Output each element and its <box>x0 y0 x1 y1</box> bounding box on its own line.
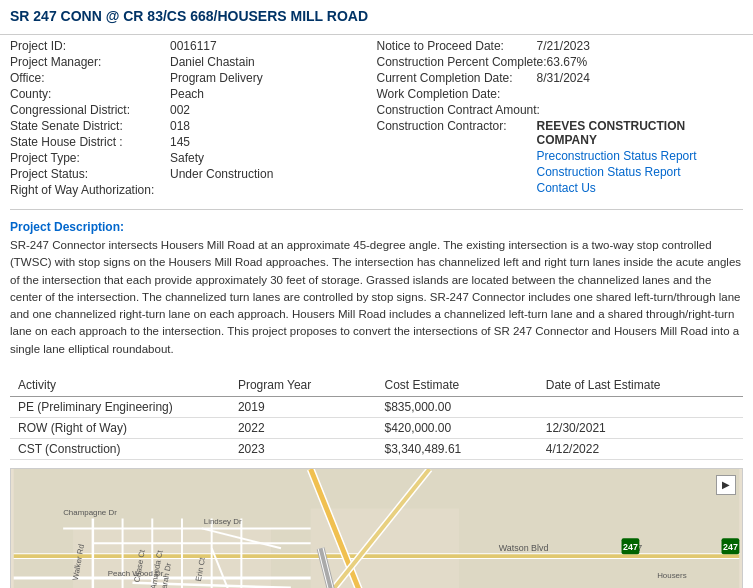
value-type: Safety <box>170 151 204 165</box>
info-row-work-completion: Work Completion Date: <box>377 87 744 101</box>
label-project-id: Project ID: <box>10 39 170 53</box>
info-row-pct: Construction Percent Complete: 63.67% <box>377 55 744 69</box>
info-row-house: State House District : 145 <box>10 135 377 149</box>
label-contract-amount: Construction Contract Amount: <box>377 103 540 117</box>
table-cell-date: 4/12/2022 <box>538 438 743 459</box>
value-office: Program Delivery <box>170 71 263 85</box>
value-house: 145 <box>170 135 190 149</box>
value-contractor: REEVES CONSTRUCTION COMPANY <box>537 119 744 147</box>
info-row-status: Project Status: Under Construction <box>10 167 377 181</box>
label-congressional: Congressional District: <box>10 103 170 117</box>
value-congressional: 002 <box>170 103 190 117</box>
info-row-senate: State Senate District: 018 <box>10 119 377 133</box>
info-row-type: Project Type: Safety <box>10 151 377 165</box>
svg-text:247: 247 <box>723 542 738 552</box>
preconstruction-status-link[interactable]: Preconstruction Status Report <box>537 149 697 163</box>
info-row-preconstruction-link: Preconstruction Status Report <box>377 149 744 163</box>
value-senate: 018 <box>170 119 190 133</box>
table-header-row: Activity Program Year Cost Estimate Date… <box>10 374 743 397</box>
description-label: Project Description: <box>10 220 743 234</box>
description-section: Project Description: SR-247 Connector in… <box>0 216 753 366</box>
info-row-ntp: Notice to Proceed Date: 7/21/2023 <box>377 39 744 53</box>
project-info-grid: Project ID: 0016117 Project Manager: Dan… <box>0 35 753 203</box>
table-cell-date: 12/30/2021 <box>538 417 743 438</box>
label-contractor: Construction Contractor: <box>377 119 537 147</box>
activities-table: Activity Program Year Cost Estimate Date… <box>10 374 743 460</box>
table-cell-year: 2022 <box>230 417 377 438</box>
map-svg: Watson Blvd 247 Lindsey Dr Peach Wood Dr… <box>11 469 742 588</box>
label-county: County: <box>10 87 170 101</box>
construction-status-link[interactable]: Construction Status Report <box>537 165 681 179</box>
table-cell-cost: $420,000.00 <box>376 417 537 438</box>
info-row-contract-amount: Construction Contract Amount: <box>377 103 744 117</box>
label-house: State House District : <box>10 135 170 149</box>
svg-text:247: 247 <box>623 542 638 552</box>
info-row-pm: Project Manager: Daniel Chastain <box>10 55 377 69</box>
info-row-contact: Contact Us <box>377 181 744 195</box>
label-row-auth: Right of Way Authorization: <box>10 183 170 197</box>
info-row-current-completion: Current Completion Date: 8/31/2024 <box>377 71 744 85</box>
page-title: SR 247 CONN @ CR 83/CS 668/HOUSERS MILL … <box>10 8 743 24</box>
label-office: Office: <box>10 71 170 85</box>
table-cell-activity: ROW (Right of Way) <box>10 417 230 438</box>
table-row: ROW (Right of Way)2022$420,000.0012/30/2… <box>10 417 743 438</box>
value-pm: Daniel Chastain <box>170 55 255 69</box>
table-cell-cost: $835,000.00 <box>376 396 537 417</box>
value-project-id: 0016117 <box>170 39 217 53</box>
label-type: Project Type: <box>10 151 170 165</box>
col-date-last-estimate: Date of Last Estimate <box>538 374 743 397</box>
svg-text:Champagne Dr: Champagne Dr <box>63 507 117 516</box>
contact-us-link[interactable]: Contact Us <box>537 181 596 195</box>
info-row-project-id: Project ID: 0016117 <box>10 39 377 53</box>
label-pm: Project Manager: <box>10 55 170 69</box>
right-info-section: Notice to Proceed Date: 7/21/2023 Constr… <box>377 35 744 203</box>
info-row-office: Office: Program Delivery <box>10 71 377 85</box>
label-ntp: Notice to Proceed Date: <box>377 39 537 53</box>
table-row: CST (Construction)2023$3,340,489.614/12/… <box>10 438 743 459</box>
table-cell-cost: $3,340,489.61 <box>376 438 537 459</box>
info-row-county: County: Peach <box>10 87 377 101</box>
map-nav-icon: ▶ <box>722 479 730 490</box>
table-cell-year: 2019 <box>230 396 377 417</box>
info-row-row-auth: Right of Way Authorization: <box>10 183 377 197</box>
divider-1 <box>10 209 743 210</box>
description-text: SR-247 Connector intersects Housers Mill… <box>10 237 743 358</box>
map-background: Watson Blvd 247 Lindsey Dr Peach Wood Dr… <box>11 469 742 588</box>
label-work-completion: Work Completion Date: <box>377 87 537 101</box>
value-ntp: 7/21/2023 <box>537 39 590 53</box>
col-activity: Activity <box>10 374 230 397</box>
map-container[interactable]: Watson Blvd 247 Lindsey Dr Peach Wood Dr… <box>10 468 743 588</box>
left-info-section: Project ID: 0016117 Project Manager: Dan… <box>10 35 377 203</box>
value-county: Peach <box>170 87 204 101</box>
svg-text:Lindsey Dr: Lindsey Dr <box>204 517 242 526</box>
table-row: PE (Preliminary Engineering)2019$835,000… <box>10 396 743 417</box>
label-current-completion: Current Completion Date: <box>377 71 537 85</box>
info-row-construction-link: Construction Status Report <box>377 165 744 179</box>
svg-text:Watson Blvd: Watson Blvd <box>499 543 549 553</box>
col-cost-estimate: Cost Estimate <box>376 374 537 397</box>
info-row-contractor: Construction Contractor: REEVES CONSTRUC… <box>377 119 744 147</box>
table-cell-date <box>538 396 743 417</box>
svg-text:Housers: Housers <box>657 571 686 580</box>
page-header: SR 247 CONN @ CR 83/CS 668/HOUSERS MILL … <box>0 0 753 35</box>
label-senate: State Senate District: <box>10 119 170 133</box>
label-preconstruction <box>377 149 537 163</box>
value-current-completion: 8/31/2024 <box>537 71 590 85</box>
col-program-year: Program Year <box>230 374 377 397</box>
table-cell-activity: PE (Preliminary Engineering) <box>10 396 230 417</box>
table-cell-activity: CST (Construction) <box>10 438 230 459</box>
table-cell-year: 2023 <box>230 438 377 459</box>
map-nav-button[interactable]: ▶ <box>716 475 736 495</box>
info-row-congressional: Congressional District: 002 <box>10 103 377 117</box>
label-contact <box>377 181 537 195</box>
label-status: Project Status: <box>10 167 170 181</box>
label-construction-link <box>377 165 537 179</box>
label-pct: Construction Percent Complete: <box>377 55 547 69</box>
value-pct: 63.67% <box>547 55 588 69</box>
value-status: Under Construction <box>170 167 273 181</box>
